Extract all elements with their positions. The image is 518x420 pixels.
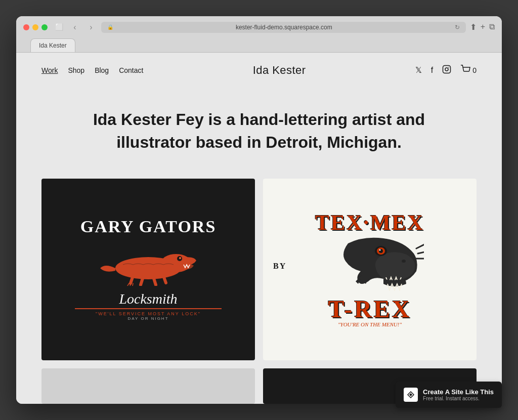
nav-contact[interactable]: Contact bbox=[119, 66, 143, 74]
instagram-icon[interactable] bbox=[442, 65, 451, 76]
tm-tagline: "YOU'RE ON THE MENU!" bbox=[273, 321, 466, 327]
tm-top-title: TEX·MEX bbox=[273, 212, 466, 233]
site-content: Work Shop Blog Contact Ida Kester 𝕏 f bbox=[16, 53, 502, 404]
address-bar[interactable]: 🔒 kester-fluid-demo.squarespace.com ↻ bbox=[101, 22, 466, 33]
hero-text: Ida Kester Fey is a hand-lettering artis… bbox=[92, 108, 426, 154]
back-button[interactable]: ‹ bbox=[69, 21, 81, 33]
tab-row: Ida Kester bbox=[23, 38, 495, 52]
url-text: kester-fluid-demo.squarespace.com bbox=[116, 24, 452, 31]
windows-button[interactable]: ⧉ bbox=[489, 22, 495, 32]
tm-bottom-title: T-REX bbox=[273, 297, 466, 321]
gator-illustration bbox=[98, 240, 199, 286]
squarespace-banner[interactable]: Create A Site Like This Free trial. Inst… bbox=[396, 382, 502, 408]
squarespace-logo bbox=[404, 388, 418, 402]
nav-blog[interactable]: Blog bbox=[95, 66, 109, 74]
nav-work[interactable]: Work bbox=[41, 66, 58, 74]
forward-button[interactable]: › bbox=[85, 21, 97, 33]
tm-by: BY bbox=[273, 262, 286, 271]
tex-mex-art: TEX·MEX BY bbox=[273, 212, 466, 327]
gg-tagline: "WE'LL SERVICE MOST ANY LOCK" bbox=[57, 311, 240, 316]
new-tab-button[interactable]: + bbox=[481, 22, 485, 32]
cart-count: 0 bbox=[472, 66, 477, 74]
browser-actions: ⬆ + ⧉ bbox=[470, 22, 495, 32]
active-tab[interactable]: Ida Kester bbox=[30, 38, 75, 52]
cart-icon bbox=[460, 65, 470, 76]
traffic-lights bbox=[23, 24, 48, 30]
cart-button[interactable]: 0 bbox=[460, 65, 477, 76]
gg-title-line1: GARY GATORS bbox=[57, 218, 240, 235]
sq-banner-text: Create A Site Like This Free trial. Inst… bbox=[423, 388, 494, 401]
browser-window: ⬜ ‹ › 🔒 kester-fluid-demo.squarespace.co… bbox=[16, 16, 502, 404]
site-header: Work Shop Blog Contact Ida Kester 𝕏 f bbox=[16, 53, 502, 88]
gallery-item-tex-mex[interactable]: TEX·MEX BY bbox=[263, 179, 477, 360]
share-button[interactable]: ⬆ bbox=[470, 22, 477, 32]
gallery-item-gary-gators[interactable]: GARY GATORS bbox=[41, 179, 255, 360]
gg-sub: DAY OR NIGHT bbox=[57, 316, 240, 321]
svg-point-6 bbox=[179, 257, 181, 259]
gg-locksmith: Locksmith bbox=[57, 291, 240, 307]
close-button[interactable] bbox=[23, 24, 29, 30]
lock-icon: 🔒 bbox=[107, 24, 113, 30]
fullscreen-button[interactable] bbox=[41, 24, 48, 30]
svg-rect-0 bbox=[443, 65, 451, 73]
svg-point-10 bbox=[379, 249, 381, 250]
gg-divider bbox=[75, 308, 222, 309]
minimize-button[interactable] bbox=[32, 24, 38, 30]
site-title: Ida Kester bbox=[253, 64, 306, 77]
nav-shop[interactable]: Shop bbox=[68, 66, 84, 74]
gallery-item-3-partial[interactable] bbox=[41, 368, 255, 404]
gary-gators-art: GARY GATORS bbox=[57, 218, 240, 321]
svg-point-2 bbox=[449, 67, 450, 68]
browser-chrome: ⬜ ‹ › 🔒 kester-fluid-demo.squarespace.co… bbox=[16, 16, 502, 53]
gallery-grid: GARY GATORS bbox=[16, 179, 502, 360]
facebook-icon[interactable]: f bbox=[431, 66, 433, 75]
sq-main-text: Create A Site Like This bbox=[423, 388, 494, 396]
svg-point-11 bbox=[402, 260, 406, 263]
refresh-button[interactable]: ↻ bbox=[455, 24, 460, 31]
header-right: 𝕏 f 0 bbox=[415, 65, 477, 76]
hero-section: Ida Kester Fey is a hand-lettering artis… bbox=[16, 88, 502, 179]
sq-sub-text: Free trial. Instant access. bbox=[423, 396, 494, 401]
twitter-icon[interactable]: 𝕏 bbox=[415, 65, 422, 75]
trex-illustration bbox=[333, 233, 424, 299]
window-icon: ⬜ bbox=[54, 22, 65, 33]
svg-point-1 bbox=[445, 68, 448, 71]
site-nav: Work Shop Blog Contact bbox=[41, 66, 143, 74]
